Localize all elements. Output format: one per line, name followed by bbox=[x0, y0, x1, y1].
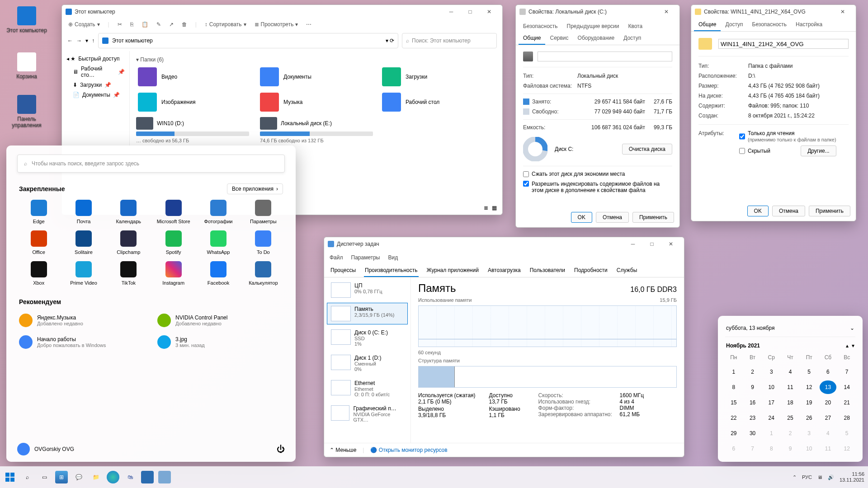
tm-tab[interactable]: Подробности bbox=[573, 264, 609, 277]
nav-desktop[interactable]: 🖥 Рабочий сто… 📌 bbox=[64, 64, 127, 80]
nav-documents[interactable]: 📄 Документы 📌 bbox=[64, 90, 127, 100]
tm-tab[interactable]: Производительность bbox=[364, 264, 418, 277]
folder-item[interactable]: Музыка bbox=[258, 91, 374, 113]
sort-button[interactable]: ↕ Сортировать ▾ bbox=[205, 21, 246, 28]
tab-security[interactable]: Безопасность bbox=[519, 20, 562, 32]
titlebar[interactable]: Диспетчер задач ─ □ ✕ bbox=[324, 237, 684, 251]
calendar-day[interactable]: 6 bbox=[725, 442, 742, 455]
calendar-day[interactable]: 5 bbox=[838, 427, 855, 440]
calendar-day[interactable]: 13 bbox=[820, 380, 837, 394]
tab-sharing[interactable]: Доступ bbox=[721, 19, 747, 31]
calendar-day[interactable]: 20 bbox=[820, 396, 837, 409]
drive-item[interactable]: WIN10 (D:)… свободно из 56,3 ГБ bbox=[136, 117, 249, 143]
cancel-button[interactable]: Отмена bbox=[596, 212, 629, 223]
tab-tools[interactable]: Сервис bbox=[545, 32, 573, 45]
pinned-app[interactable]: Календарь bbox=[107, 200, 150, 224]
calendar-day[interactable]: 18 bbox=[782, 396, 799, 409]
close-button[interactable]: ✕ bbox=[480, 5, 499, 19]
desktop-icon-recycle[interactable]: Корзина bbox=[6, 52, 47, 80]
calendar-day[interactable]: 21 bbox=[838, 396, 855, 409]
taskview-icon[interactable]: ▭ bbox=[38, 471, 51, 483]
calendar-day[interactable]: 26 bbox=[801, 411, 818, 425]
readonly-checkbox[interactable]: Только для чтения(применимо только к фай… bbox=[739, 130, 836, 143]
tm-tab[interactable]: Журнал приложений bbox=[426, 264, 480, 277]
calendar-day[interactable]: 11 bbox=[820, 442, 837, 455]
cancel-button[interactable]: Отмена bbox=[772, 206, 805, 216]
nav-downloads[interactable]: ⬇ Загрузки 📌 bbox=[64, 80, 127, 90]
minimize-button[interactable]: ─ bbox=[623, 237, 642, 251]
calendar-day[interactable]: 23 bbox=[744, 411, 761, 425]
minimize-button[interactable]: ─ bbox=[442, 5, 461, 19]
nav-quickaccess[interactable]: ◂ ★ Быстрый доступ bbox=[64, 54, 127, 64]
titlebar[interactable]: Этот компьютер ─ □ ✕ bbox=[62, 5, 502, 19]
index-checkbox[interactable]: Разрешить индексировать содержимое файло… bbox=[523, 179, 672, 195]
app-icon-2[interactable] bbox=[158, 471, 171, 483]
app-icon-1[interactable] bbox=[141, 471, 154, 483]
calendar-day[interactable]: 22 bbox=[725, 411, 742, 425]
pinned-app[interactable]: Prime Video bbox=[62, 261, 105, 286]
apply-button[interactable]: Применить bbox=[809, 206, 850, 216]
folder-item[interactable]: Изображения bbox=[136, 91, 252, 113]
menu-view[interactable]: Вид bbox=[388, 254, 398, 261]
tab-general[interactable]: Общие bbox=[694, 19, 721, 31]
cut-icon[interactable]: ✂ bbox=[118, 21, 122, 28]
calendar-day[interactable]: 1 bbox=[763, 427, 780, 440]
resmon-link[interactable]: 🔵 Открыть монитор ресурсов bbox=[370, 447, 447, 453]
perf-item[interactable]: ЦП0% 0,78 ГГц bbox=[327, 279, 408, 301]
compress-checkbox[interactable]: Сжать этот диск для экономии места bbox=[523, 169, 672, 179]
calendar-day[interactable]: 12 bbox=[838, 442, 855, 455]
tab-prev[interactable]: Предыдущие версии bbox=[562, 20, 624, 32]
tab-quota[interactable]: Квота bbox=[623, 20, 647, 32]
calendar-day[interactable]: 2 bbox=[744, 365, 761, 379]
paste-icon[interactable]: 📋 bbox=[142, 21, 148, 28]
pinned-app[interactable]: Калькулятор bbox=[242, 261, 285, 286]
ok-button[interactable]: OK bbox=[747, 206, 769, 216]
user-button[interactable]: OVGorskiy OVG bbox=[17, 443, 74, 455]
pinned-app[interactable]: Solitaire bbox=[62, 230, 105, 255]
pinned-app[interactable]: Xbox bbox=[17, 261, 60, 286]
calendar-day[interactable]: 19 bbox=[801, 396, 818, 409]
calendar-day[interactable]: 2 bbox=[782, 427, 799, 440]
close-button[interactable]: ✕ bbox=[661, 237, 680, 251]
maximize-button[interactable]: □ bbox=[461, 5, 480, 19]
tab-sharing[interactable]: Доступ bbox=[619, 32, 646, 45]
chat-icon[interactable]: 💬 bbox=[72, 471, 85, 483]
recommended-item[interactable]: Начало работыДобро пожаловать в Windows bbox=[17, 333, 146, 352]
start-search[interactable]: ⌕ Чтобы начать поиск, введите запрос зде… bbox=[17, 155, 285, 173]
collapse-icon[interactable]: ⌄ bbox=[850, 325, 854, 331]
rename-icon[interactable]: ✎ bbox=[156, 21, 161, 28]
pinned-app[interactable]: Clipchamp bbox=[107, 230, 150, 255]
share-icon[interactable]: ↗ bbox=[169, 21, 174, 28]
calendar-day[interactable]: 11 bbox=[782, 380, 799, 394]
calendar-day[interactable]: 24 bbox=[763, 411, 780, 425]
collapse-button[interactable]: ⌃ Меньше bbox=[330, 447, 356, 453]
address-bar[interactable]: Этот компьютер ▾ ⟳ bbox=[98, 33, 398, 48]
calendar-day[interactable]: 10 bbox=[801, 442, 818, 455]
pinned-app[interactable]: Instagram bbox=[152, 261, 195, 286]
name-field[interactable] bbox=[718, 39, 849, 49]
store-icon[interactable]: 🛍 bbox=[124, 471, 137, 483]
more-button[interactable]: ⋯ bbox=[306, 21, 311, 28]
calendar-day[interactable]: 28 bbox=[838, 411, 855, 425]
copy-icon[interactable]: ⎘ bbox=[130, 21, 133, 28]
perf-item[interactable]: Память2,3/15,9 ГБ (14%) bbox=[327, 303, 408, 324]
folder-item[interactable]: Рабочий стол bbox=[380, 91, 496, 113]
pinned-app[interactable]: Параметры bbox=[242, 200, 285, 224]
close-button[interactable]: ✕ bbox=[657, 5, 676, 19]
tray-network-icon[interactable]: 🖥 bbox=[817, 474, 822, 480]
recommended-item[interactable]: Яндекс.МузыкаДобавлено недавно bbox=[17, 311, 146, 330]
all-apps-button[interactable]: Все приложения › bbox=[227, 183, 283, 194]
drive-item[interactable]: Локальный диск (E:)74,6 ГБ свободно из 1… bbox=[260, 117, 373, 143]
calendar-day[interactable]: 10 bbox=[763, 380, 780, 394]
calendar-day[interactable]: 3 bbox=[763, 365, 780, 379]
pinned-app[interactable]: Microsoft Store bbox=[152, 200, 195, 224]
folder-item[interactable]: Загрузки bbox=[380, 66, 496, 88]
calendar-day[interactable]: 17 bbox=[763, 396, 780, 409]
hidden-checkbox[interactable]: Скрытый bbox=[739, 148, 770, 154]
pinned-app[interactable]: Facebook bbox=[197, 261, 240, 286]
tab-hardware[interactable]: Оборудование bbox=[573, 32, 619, 45]
tab-customize[interactable]: Настройка bbox=[791, 19, 827, 31]
pinned-app[interactable]: Edge bbox=[17, 200, 60, 224]
menu-options[interactable]: Параметры bbox=[351, 254, 380, 261]
prev-month[interactable]: ▴ bbox=[846, 343, 849, 349]
